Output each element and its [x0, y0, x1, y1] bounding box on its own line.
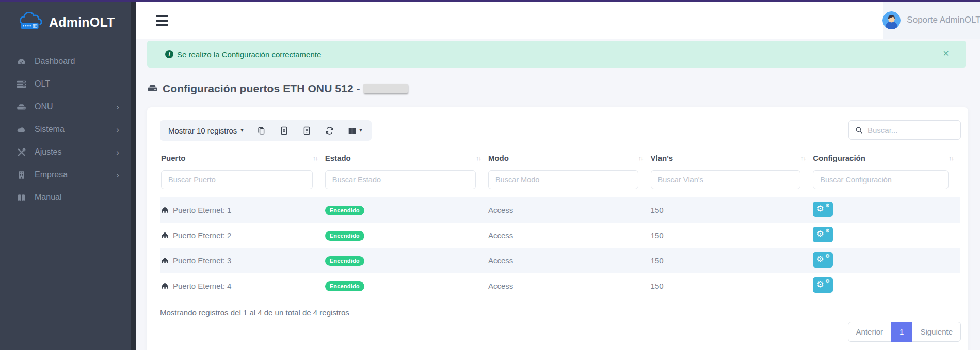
success-alert: i Se realizo la Configuración correctame…: [147, 41, 966, 68]
file-export-button[interactable]: [302, 126, 311, 135]
filter-puerto-input[interactable]: [161, 170, 313, 189]
ethernet-port-icon: [161, 207, 169, 213]
brand[interactable]: AdminOLT: [0, 2, 136, 32]
previous-page-button[interactable]: Anterior: [848, 322, 892, 342]
excel-export-button[interactable]: [280, 126, 288, 135]
top-accent-bar: [0, 0, 980, 2]
copy-button[interactable]: [257, 126, 266, 135]
search-input[interactable]: [867, 126, 954, 135]
sidebar-item-label: Ajustes: [35, 147, 61, 157]
brand-name: AdminOLT: [49, 15, 115, 30]
sort-icon: ↑↓: [476, 154, 480, 162]
status-badge: Encendido: [325, 206, 364, 215]
configure-port-button[interactable]: ⚙⚙: [813, 252, 833, 268]
info-icon: i: [165, 50, 173, 58]
sidebar-item-manual[interactable]: Manual: [0, 186, 136, 209]
vlan-value: 150: [650, 197, 812, 223]
vlan-value: 150: [650, 248, 812, 273]
status-badge: Encendido: [325, 231, 364, 241]
gears-icon: ⚙: [825, 254, 830, 259]
column-header-puerto[interactable]: Puerto↑↓: [160, 149, 324, 168]
mode-value: Access: [487, 273, 650, 298]
hamburger-menu-icon[interactable]: [156, 15, 168, 26]
device-icon: [147, 83, 158, 95]
mode-value: Access: [487, 223, 650, 248]
mode-value: Access: [487, 248, 650, 273]
table-row: Puerto Eternet: 4 Encendido Access 150 ⚙…: [160, 273, 960, 298]
sidebar-item-label: ONU: [35, 102, 53, 111]
ethernet-port-icon: [161, 282, 169, 289]
sidebar-item-empresa[interactable]: Empresa ›: [0, 163, 136, 186]
status-badge: Encendido: [325, 281, 364, 291]
table-card: Mostrar 10 registros ▾ ▾: [147, 107, 968, 350]
column-visibility-button[interactable]: ▾: [348, 126, 362, 135]
gauge-icon: [17, 57, 35, 66]
pagination: Anterior 1 Siguiente: [160, 322, 961, 342]
cloud-icon: [17, 125, 35, 134]
refresh-icon[interactable]: [325, 126, 334, 135]
table-toolbar: Mostrar 10 registros ▾ ▾: [160, 120, 372, 141]
status-badge: Encendido: [325, 256, 364, 266]
vlan-value: 150: [650, 273, 812, 298]
sidebar-item-label: Sistema: [35, 125, 65, 134]
column-header-configuracion[interactable]: Configuración↑↓: [812, 149, 960, 168]
table-header-row: Puerto↑↓ Estado↑↓ Modo↑↓ Vlan's↑↓ Config…: [160, 149, 960, 168]
mode-value: Access: [487, 197, 650, 223]
sidebar-item-onu[interactable]: ONU ›: [0, 95, 136, 118]
configure-port-button[interactable]: ⚙⚙: [813, 227, 833, 242]
page-title-row: Configuración puertos ETH ONU 512 -: [147, 82, 408, 95]
sort-icon: ↑↓: [949, 154, 953, 162]
ports-table: Puerto↑↓ Estado↑↓ Modo↑↓ Vlan's↑↓ Config…: [160, 149, 960, 298]
table-filter-row: [160, 168, 960, 197]
sidebar-menu: Dashboard OLT ONU › Sistema › Aj: [0, 50, 136, 209]
port-label: Puerto Eternet: 1: [173, 206, 231, 214]
gears-icon: ⚙: [816, 255, 824, 263]
top-header: Soporte AdminOLT: [136, 2, 980, 39]
close-icon[interactable]: ×: [943, 48, 949, 58]
column-header-vlans[interactable]: Vlan's↑↓: [650, 149, 812, 168]
server-icon: [17, 80, 35, 89]
search-icon: [855, 126, 863, 134]
chevron-right-icon: ›: [116, 125, 119, 134]
gears-icon: ⚙: [825, 203, 830, 208]
table-footer: Mostrando registros del 1 al 4 de un tot…: [147, 298, 968, 342]
filter-modo-input[interactable]: [488, 170, 638, 189]
records-summary: Mostrando registros del 1 al 4 de un tot…: [160, 308, 961, 317]
gears-icon: ⚙: [825, 228, 830, 234]
port-label: Puerto Eternet: 2: [173, 231, 231, 240]
sidebar-item-label: OLT: [35, 79, 50, 89]
ethernet-port-icon: [161, 257, 169, 264]
filter-configuracion-input[interactable]: [813, 170, 949, 189]
port-label: Puerto Eternet: 4: [173, 281, 231, 290]
cloud-router-logo-icon: [18, 12, 44, 32]
column-header-estado[interactable]: Estado↑↓: [324, 149, 487, 168]
sidebar-item-ajustes[interactable]: Ajustes ›: [0, 141, 136, 163]
filter-vlans-input[interactable]: [651, 170, 801, 189]
column-header-modo[interactable]: Modo↑↓: [487, 149, 650, 168]
gears-icon: ⚙: [816, 205, 824, 213]
avatar: [882, 11, 901, 29]
sidebar-item-olt[interactable]: OLT: [0, 73, 136, 95]
book-icon: [17, 193, 35, 202]
sidebar-item-label: Empresa: [35, 170, 68, 179]
chevron-down-icon: ▾: [240, 128, 243, 133]
page-length-dropdown[interactable]: Mostrar 10 registros ▾: [168, 126, 243, 135]
chevron-down-icon: ▾: [359, 128, 362, 133]
page-title: Configuración puertos ETH ONU 512 -: [163, 82, 408, 95]
page-1-button[interactable]: 1: [891, 322, 912, 342]
configure-port-button[interactable]: ⚙⚙: [813, 277, 833, 293]
user-name: Soporte AdminOLT: [907, 15, 980, 25]
next-page-button[interactable]: Siguiente: [912, 322, 961, 342]
tools-icon: [17, 148, 35, 157]
table-row: Puerto Eternet: 3 Encendido Access 150 ⚙…: [160, 248, 960, 273]
sidebar-item-dashboard[interactable]: Dashboard: [0, 50, 136, 73]
configure-port-button[interactable]: ⚙⚙: [813, 202, 833, 217]
port-label: Puerto Eternet: 3: [173, 256, 231, 265]
filter-estado-input[interactable]: [325, 170, 476, 189]
sidebar-item-label: Manual: [35, 193, 61, 202]
sidebar-item-sistema[interactable]: Sistema ›: [0, 118, 136, 141]
sort-icon: ↑↓: [313, 154, 317, 162]
main-content: i Se realizo la Configuración correctame…: [136, 39, 980, 350]
user-menu[interactable]: Soporte AdminOLT: [883, 2, 980, 39]
chevron-right-icon: ›: [116, 171, 119, 179]
